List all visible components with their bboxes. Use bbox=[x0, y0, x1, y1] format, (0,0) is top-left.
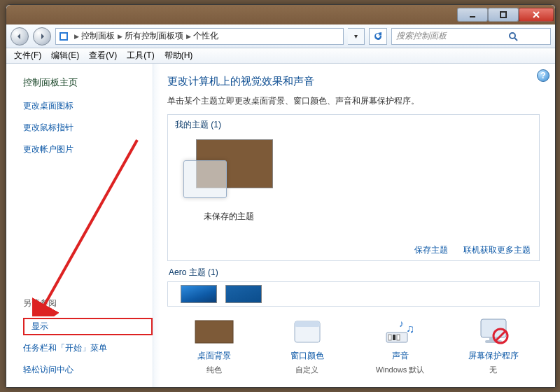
svg-rect-0 bbox=[470, 16, 475, 18]
menu-tools[interactable]: 工具(T) bbox=[122, 50, 159, 62]
menu-help[interactable]: 帮助(H) bbox=[160, 50, 198, 62]
chevron-right-icon: ▶ bbox=[183, 29, 193, 44]
sidebar-see-also: 另请参阅 bbox=[23, 298, 153, 309]
screensaver-item[interactable]: 屏幕保护程序 无 bbox=[451, 316, 536, 375]
screensaver-value: 无 bbox=[489, 365, 497, 375]
sidebar-ease[interactable]: 轻松访问中心 bbox=[23, 364, 153, 376]
sidebar-desktop-icons[interactable]: 更改桌面图标 bbox=[23, 100, 153, 112]
get-more-themes-link[interactable]: 联机获取更多主题 bbox=[463, 244, 531, 256]
search-placeholder: 搜索控制面板 bbox=[392, 30, 471, 42]
svg-rect-8 bbox=[195, 321, 233, 343]
menu-view[interactable]: 查看(V) bbox=[84, 50, 122, 62]
aero-theme-thumb[interactable] bbox=[225, 285, 262, 303]
breadcrumb-leaf[interactable]: 个性化 bbox=[193, 30, 218, 42]
save-theme-link[interactable]: 保存主题 bbox=[414, 244, 448, 256]
svg-point-6 bbox=[510, 33, 515, 38]
address-bar[interactable]: ▶ 控制面板 ▶ 所有控制面板项 ▶ 个性化 bbox=[55, 28, 344, 45]
menu-file[interactable]: 文件(F) bbox=[9, 50, 46, 62]
address-dropdown[interactable]: ▾ bbox=[348, 28, 365, 45]
search-input[interactable]: 搜索控制面板 bbox=[391, 28, 551, 45]
svg-rect-13 bbox=[393, 335, 396, 340]
sidebar-home[interactable]: 控制面板主页 bbox=[23, 76, 153, 89]
svg-line-7 bbox=[514, 38, 517, 41]
sound-value: Windows 默认 bbox=[376, 365, 425, 375]
aero-themes-panel bbox=[167, 281, 540, 307]
page-title: 更改计算机上的视觉效果和声音 bbox=[167, 75, 540, 88]
aero-theme-thumb[interactable] bbox=[181, 285, 217, 303]
main-pane: ? 更改计算机上的视觉效果和声音 单击某个主题立即更改桌面背景、窗口颜色、声音和… bbox=[153, 64, 555, 387]
sidebar-taskbar[interactable]: 任务栏和「开始」菜单 bbox=[23, 342, 153, 354]
svg-text:♫: ♫ bbox=[406, 323, 414, 335]
desktop-background-label: 桌面背景 bbox=[197, 350, 231, 362]
window-color-value: 自定义 bbox=[295, 365, 318, 375]
breadcrumb-root[interactable]: 控制面板 bbox=[81, 30, 115, 42]
window: ▶ 控制面板 ▶ 所有控制面板项 ▶ 个性化 ▾ 搜索控制面板 文件(F) 编辑… bbox=[6, 4, 556, 388]
desktop-background-icon bbox=[192, 316, 237, 347]
title-bar bbox=[6, 5, 555, 24]
screensaver-icon bbox=[471, 316, 516, 347]
svg-rect-10 bbox=[295, 321, 320, 327]
aero-themes-label: Aero 主题 (1) bbox=[169, 267, 540, 279]
breadcrumb-sub[interactable]: 所有控制面板项 bbox=[125, 30, 183, 42]
svg-rect-1 bbox=[500, 12, 506, 18]
minimize-button[interactable] bbox=[457, 8, 488, 22]
help-button[interactable]: ? bbox=[537, 69, 550, 82]
svg-rect-14 bbox=[397, 335, 400, 340]
svg-text:♪: ♪ bbox=[399, 318, 404, 329]
back-button[interactable] bbox=[10, 27, 29, 46]
window-color-item[interactable]: 窗口颜色 自定义 bbox=[265, 316, 349, 375]
desktop-background-item[interactable]: 桌面背景 纯色 bbox=[172, 316, 256, 375]
sound-item[interactable]: ♪♫ 声音 Windows 默认 bbox=[358, 316, 442, 375]
sound-icon: ♪♫ bbox=[378, 316, 423, 347]
theme-caption: 未保存的主题 bbox=[181, 211, 276, 223]
sidebar-mouse-pointers[interactable]: 更改鼠标指针 bbox=[23, 122, 153, 134]
maximize-button[interactable] bbox=[488, 8, 519, 22]
window-color-icon bbox=[285, 316, 330, 347]
my-themes-panel: 我的主题 (1) 未保存的主题 保存主题 联机获取更多主题 bbox=[167, 114, 540, 261]
page-subtitle: 单击某个主题立即更改桌面背景、窗口颜色、声音和屏幕保护程序。 bbox=[167, 95, 540, 107]
chevron-right-icon: ▶ bbox=[71, 29, 81, 44]
sidebar-display[interactable]: 显示 bbox=[23, 318, 153, 335]
chevron-right-icon: ▶ bbox=[115, 29, 125, 44]
control-panel-icon bbox=[56, 31, 71, 41]
close-button[interactable] bbox=[519, 8, 554, 22]
content-body: 控制面板主页 更改桌面图标 更改鼠标指针 更改帐户图片 另请参阅 显示 任务栏和… bbox=[6, 64, 555, 387]
options-row: 桌面背景 纯色 窗口颜色 自定义 ♪♫ 声音 Windows 默认 bbox=[167, 316, 540, 375]
menu-edit[interactable]: 编辑(E) bbox=[46, 50, 84, 62]
sidebar-account-picture[interactable]: 更改帐户图片 bbox=[23, 144, 153, 155]
window-color-label: 窗口颜色 bbox=[290, 350, 324, 362]
sound-label: 声音 bbox=[392, 350, 409, 362]
menu-bar: 文件(F) 编辑(E) 查看(V) 工具(T) 帮助(H) bbox=[6, 48, 555, 64]
desktop-background-value: 纯色 bbox=[206, 365, 222, 375]
forward-button[interactable] bbox=[33, 27, 51, 46]
svg-rect-12 bbox=[388, 335, 391, 340]
svg-rect-5 bbox=[61, 34, 66, 39]
theme-thumbnail bbox=[183, 135, 274, 205]
side-pane: 控制面板主页 更改桌面图标 更改鼠标指针 更改帐户图片 另请参阅 显示 任务栏和… bbox=[6, 64, 153, 387]
theme-unsaved[interactable]: 未保存的主题 bbox=[181, 134, 277, 238]
my-themes-label: 我的主题 (1) bbox=[168, 115, 539, 132]
search-icon bbox=[471, 31, 550, 41]
refresh-button[interactable] bbox=[369, 28, 387, 45]
address-row: ▶ 控制面板 ▶ 所有控制面板项 ▶ 个性化 ▾ 搜索控制面板 bbox=[6, 24, 555, 48]
screensaver-label: 屏幕保护程序 bbox=[468, 350, 519, 362]
